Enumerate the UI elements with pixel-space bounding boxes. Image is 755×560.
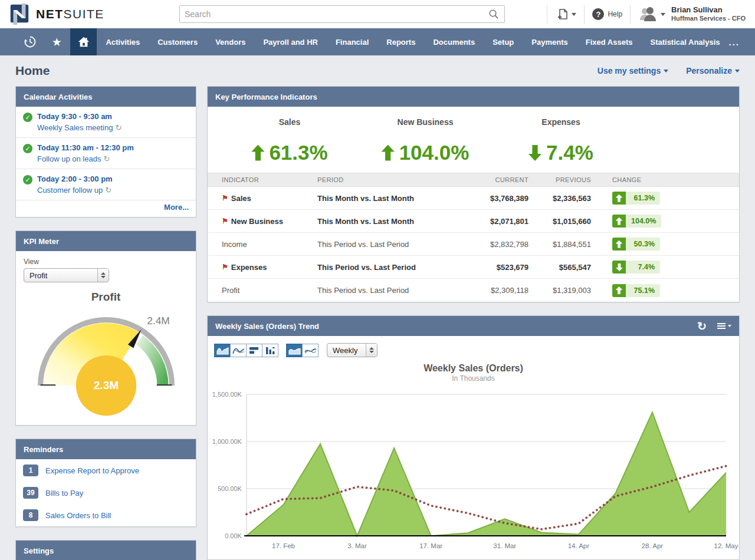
help-button[interactable]: ? Help: [592, 8, 622, 20]
svg-text:500.00K: 500.00K: [218, 485, 242, 492]
kpi-headline-expenses[interactable]: Expenses 7.4%: [493, 117, 629, 164]
reminder-count-badge: 8: [23, 509, 38, 521]
multi-series-button[interactable]: [302, 344, 319, 357]
personalize-button[interactable]: Personalize: [686, 66, 740, 75]
area-chart-icon: [216, 346, 229, 355]
use-my-settings-button[interactable]: Use my settings: [598, 66, 668, 75]
user-org: Huffman Services - CFO: [671, 15, 746, 23]
svg-text:3. Mar: 3. Mar: [347, 542, 367, 549]
calendar-item-link[interactable]: Follow up on leads: [37, 154, 101, 163]
flag-icon: ⚑: [222, 217, 228, 225]
search-icon[interactable]: [488, 8, 500, 20]
reminder-item[interactable]: 8 Sales Orders to Bill: [16, 504, 196, 526]
home-tab[interactable]: [70, 28, 97, 55]
change-badge: 7.4%: [612, 261, 660, 274]
calendar-more-link[interactable]: More...: [164, 203, 189, 212]
create-new-button[interactable]: [555, 7, 576, 21]
topbar-right: ? Help Brian Sullivan Huffman Services -…: [539, 5, 746, 24]
nav-item-setup[interactable]: Setup: [484, 28, 523, 55]
reminder-item[interactable]: 1 Expense Report to Approve: [16, 459, 196, 482]
kpi-panel-header[interactable]: Key Performance Indicators: [208, 87, 739, 107]
chevron-down-icon: [735, 70, 740, 73]
wave-area-icon: [288, 346, 301, 355]
shortcuts-tab[interactable]: ★: [43, 28, 70, 55]
bar-chart-icon: [248, 346, 261, 355]
home-icon: [77, 35, 90, 48]
column-chart-button[interactable]: [262, 344, 278, 357]
up-arrow-icon: [616, 241, 623, 248]
calendar-panel-header[interactable]: Calendar Activities: [16, 87, 196, 107]
help-label: Help: [608, 10, 622, 18]
kpi-row-1[interactable]: ⚑New Business This Month vs. Last Month …: [208, 210, 739, 233]
reminder-label: Expense Report to Approve: [45, 466, 139, 475]
netsuite-logo[interactable]: NETSUITE: [8, 2, 179, 26]
reminder-label: Sales Orders to Bill: [45, 511, 111, 520]
nav-more-button[interactable]: ...: [728, 28, 740, 55]
question-mark-icon: ?: [592, 8, 604, 20]
kpi-headline-sales[interactable]: Sales 61.3%: [222, 117, 357, 164]
nav-item-payroll-hr[interactable]: Payroll and HR: [254, 28, 326, 55]
chart-subtitle: In Thousands: [208, 374, 739, 383]
bar-chart-button[interactable]: [246, 344, 262, 357]
global-search: [179, 5, 505, 23]
down-arrow-icon: [616, 263, 623, 271]
kpi-table-header: INDICATOR PERIOD CURRENT PREVIOUS CHANGE: [208, 173, 739, 187]
calendar-item: ✓ Today 2:00 - 3:00 pm Customer follow u…: [16, 169, 196, 200]
calendar-item-link[interactable]: Customer follow up: [37, 186, 103, 195]
calendar-item: ✓ Today 9:30 - 9:30 am Weekly Sales meet…: [16, 107, 196, 138]
chevron-down-icon: [664, 70, 668, 73]
kpi-meter-view-select[interactable]: Profit: [24, 268, 109, 282]
search-input[interactable]: [185, 9, 488, 19]
single-series-button[interactable]: [286, 344, 303, 357]
page-header-links: Use my settings Personalize: [598, 66, 740, 75]
kpi-row-3[interactable]: ⚑Expenses This Period vs. Last Period $5…: [208, 256, 739, 279]
netsuite-logo-text: NETSUITE: [36, 7, 104, 21]
period-select-value: Weekly: [333, 346, 357, 355]
recent-records-tab[interactable]: [17, 28, 43, 55]
period-select[interactable]: Weekly: [327, 343, 378, 357]
nav-item-statistical-analysis[interactable]: Statistical Analysis: [641, 28, 728, 55]
nav-item-fixed-assets[interactable]: Fixed Assets: [577, 28, 642, 55]
calendar-item-link[interactable]: Weekly Sales meeting: [37, 123, 113, 132]
kpi-row-2[interactable]: ⚑Income This Period vs. Last Period $2,8…: [208, 233, 739, 256]
user-info[interactable]: Brian Sullivan Huffman Services - CFO: [671, 5, 746, 23]
user-menu-button[interactable]: [638, 6, 665, 22]
panel-menu-button[interactable]: [717, 323, 731, 329]
kpi-row-4[interactable]: ⚑Profit This Period vs. Last Period $2,3…: [208, 279, 739, 302]
left-column: Calendar Activities ✓ Today 9:30 - 9:30 …: [15, 86, 196, 560]
nav-item-financial[interactable]: Financial: [327, 28, 378, 55]
nav-item-customers[interactable]: Customers: [149, 28, 206, 55]
kpi-row-0[interactable]: ⚑Sales This Month vs. Last Month $3,768,…: [208, 187, 739, 210]
nav-item-reports[interactable]: Reports: [378, 28, 424, 55]
reminders-header[interactable]: Reminders: [16, 439, 196, 459]
nav-item-activities[interactable]: Activities: [97, 28, 149, 55]
divider: [630, 5, 631, 24]
kpi-gauge: 2.3M 2.4M: [25, 304, 187, 419]
settings-header[interactable]: Settings: [16, 541, 196, 560]
svg-text:31. Mar: 31. Mar: [493, 542, 516, 549]
top-bar: NETSUITE ? Help: [0, 0, 755, 28]
svg-text:14. Apr: 14. Apr: [568, 542, 590, 549]
area-chart-button[interactable]: [214, 344, 231, 357]
kpi-arrow-0: [251, 145, 264, 161]
weekly-chart-svg[interactable]: 0.00K500.00K1,000.00K1,500.00K17. Feb3. …: [208, 385, 739, 557]
gauge-value: 2.3M: [93, 379, 119, 391]
nav-item-vendors[interactable]: Vendors: [206, 28, 254, 55]
refresh-icon[interactable]: ↻: [103, 154, 110, 163]
chevron-down-icon: [572, 13, 576, 16]
select-stepper-icon: [97, 269, 109, 282]
svg-text:0.00K: 0.00K: [225, 532, 242, 539]
divider: [547, 5, 547, 24]
kpi-headline-new-business[interactable]: New Business 104.0%: [357, 117, 493, 164]
chart-toolbar: Weekly: [208, 336, 739, 358]
netsuite-logo-icon: [8, 2, 31, 26]
nav-item-payments[interactable]: Payments: [523, 28, 576, 55]
line-chart-button[interactable]: [230, 344, 247, 357]
kpi-meter-header[interactable]: KPI Meter: [16, 231, 196, 251]
refresh-icon[interactable]: ↻: [115, 123, 122, 132]
nav-item-documents[interactable]: Documents: [424, 28, 484, 55]
refresh-icon[interactable]: ↻: [105, 186, 111, 195]
refresh-icon[interactable]: ↻: [697, 321, 707, 332]
reminder-item[interactable]: 39 Bills to Pay: [16, 482, 196, 504]
view-select-value: Profit: [29, 271, 47, 280]
